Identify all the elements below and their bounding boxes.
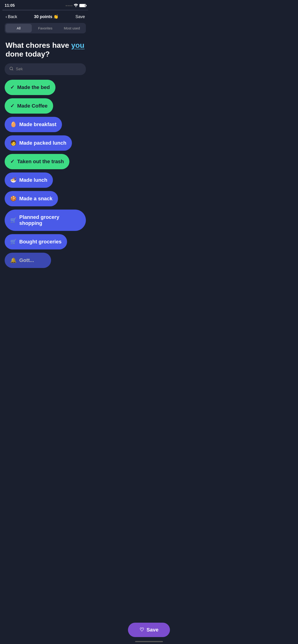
chore-bowl-icon: 🍜: [10, 177, 17, 183]
search-box[interactable]: Søk: [5, 63, 86, 75]
headline-section: What chores have you done today?: [0, 37, 91, 63]
status-bar: 11:05: [0, 0, 91, 10]
back-label: Back: [8, 14, 17, 19]
back-chevron-icon: ‹: [6, 14, 7, 19]
chore-label: Taken out the trash: [17, 158, 64, 164]
chores-list: ✓ Made the bed ✓ Made Coffee 🥚 Made brea…: [0, 80, 91, 291]
back-button[interactable]: ‹ Back: [6, 14, 17, 19]
headline-highlight: you: [71, 41, 85, 50]
chore-label: Bought groceries: [19, 239, 62, 245]
status-icons: [66, 4, 86, 8]
status-time: 11:05: [5, 3, 15, 8]
search-container: Søk: [5, 63, 86, 75]
chore-label: Made the bed: [17, 84, 50, 90]
chore-label: Made breakfast: [19, 122, 56, 128]
chore-bell-icon: 🔔: [10, 257, 17, 263]
chore-partial[interactable]: 🔔 Gott...: [5, 253, 51, 268]
chore-label: Made packed lunch: [19, 140, 66, 146]
headline-part2: done today?: [6, 50, 50, 58]
nav-save-button[interactable]: Save: [75, 14, 85, 19]
chore-made-breakfast[interactable]: 🥚 Made breakfast: [5, 117, 62, 132]
tab-most-used[interactable]: Most used: [59, 24, 85, 32]
chore-planned-grocery[interactable]: 🛒 Planned grocery shopping: [5, 210, 86, 231]
chore-check-icon: ✓: [10, 158, 15, 164]
tab-favorites[interactable]: Favorites: [32, 24, 59, 32]
chore-cart-icon: 🛒: [10, 217, 17, 223]
battery-icon: [79, 4, 86, 7]
nav-title: 30 points 👏: [34, 14, 59, 19]
svg-point-0: [75, 6, 77, 7]
chore-label: Made a snack: [19, 196, 53, 202]
chore-label: Made lunch: [19, 177, 47, 183]
chore-check-icon: ✓: [10, 84, 15, 90]
headline: What chores have you done today?: [6, 41, 85, 59]
signal-dots: [66, 5, 72, 6]
chore-made-snack[interactable]: 🍪 Made a snack: [5, 191, 58, 206]
wifi-icon: [74, 4, 78, 8]
search-placeholder: Søk: [16, 67, 23, 72]
chore-cart2-icon: 🛒: [10, 239, 17, 245]
chore-bought-groceries[interactable]: 🛒 Bought groceries: [5, 234, 67, 250]
chore-made-lunch[interactable]: 🍜 Made lunch: [5, 172, 53, 188]
tabs-container: All Favorites Most used: [5, 23, 86, 34]
chore-label: Gott...: [19, 257, 34, 263]
svg-line-2: [12, 69, 13, 70]
chore-made-coffee[interactable]: ✓ Made Coffee: [5, 98, 53, 114]
tab-all[interactable]: All: [6, 24, 32, 32]
chore-lunch-icon: 🧑: [10, 140, 17, 146]
headline-part1: What chores have: [6, 41, 71, 50]
chore-egg-icon: 🥚: [10, 122, 17, 128]
nav-bar: ‹ Back 30 points 👏 Save: [0, 10, 91, 23]
chore-made-packed-lunch[interactable]: 🧑 Made packed lunch: [5, 136, 72, 151]
chore-label: Made Coffee: [17, 103, 48, 109]
chore-check-icon: ✓: [10, 103, 15, 109]
chore-snack-icon: 🍪: [10, 196, 17, 202]
chore-made-bed[interactable]: ✓ Made the bed: [5, 80, 56, 95]
chore-label: Planned grocery shopping: [19, 214, 80, 226]
chore-taken-trash[interactable]: ✓ Taken out the trash: [5, 154, 69, 169]
search-icon: [9, 66, 14, 72]
